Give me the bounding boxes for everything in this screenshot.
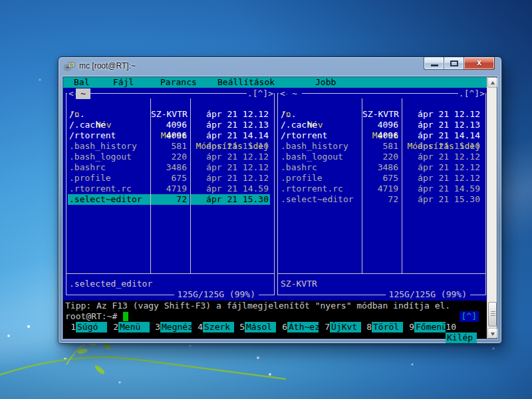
function-key-1[interactable]: 1Súgó	[65, 322, 107, 332]
menu-item-fájl[interactable]: Fájl	[113, 77, 134, 88]
file-row[interactable]: .profile675ápr 21 12.12	[66, 173, 274, 184]
function-key-2[interactable]: 2Menü	[108, 322, 150, 332]
menu-item-bal[interactable]: Bal	[74, 77, 89, 88]
file-row[interactable]: /.cache4096ápr 21 12.13	[66, 120, 274, 130]
left-column-headers: 'n Név Méret Módosítás idej	[66, 98, 274, 109]
scroll-up-button[interactable]	[487, 77, 497, 88]
file-name: .bash_history	[279, 141, 362, 152]
file-row[interactable]: .rtorrent.rc4719ápr 21 14.59	[278, 184, 485, 194]
maximize-icon	[450, 61, 458, 66]
left-panel: <- ~ .[^]> 'n Név Méret Módosítás idej /…	[66, 93, 275, 295]
terminal-screen[interactable]: BalFájlParancsBeállításokJobb <- ~ .[^]>…	[63, 77, 487, 338]
file-row[interactable]: .bash_logout220ápr 21 12.12	[278, 152, 485, 162]
file-mtime: ápr 21 14.59	[402, 184, 481, 194]
command-line[interactable]: root@RT:~# [^]	[63, 311, 487, 322]
fkey-number: 9	[404, 322, 414, 332]
file-mtime: ápr 21 12.12	[191, 152, 270, 162]
scroll-down-button[interactable]	[487, 328, 497, 338]
function-key-9[interactable]: 9Főmenü	[404, 322, 446, 332]
file-row[interactable]: .profile675ápr 21 12.12	[278, 173, 485, 184]
file-size: 675	[151, 173, 190, 184]
scrollbar-thumb[interactable]	[488, 302, 497, 327]
right-mini-status: SZ-KVTR	[281, 279, 317, 289]
fkey-label: Kilép	[446, 332, 477, 343]
file-mtime: ápr 21 12.12	[402, 152, 481, 162]
file-row[interactable]: .bash_history581ápr 21 15.10	[278, 141, 485, 152]
function-key-5[interactable]: 5Másol	[234, 322, 276, 332]
file-name: .select~editor	[279, 194, 362, 205]
close-icon: x	[464, 58, 494, 67]
fkey-label: Töröl	[372, 322, 403, 332]
right-panel-path[interactable]: ~	[287, 88, 302, 99]
file-name: /rtorrent	[279, 130, 362, 141]
file-mtime: ápr 21 12.12	[191, 109, 270, 120]
scrollbar[interactable]	[487, 77, 497, 338]
file-row[interactable]: .bashrc3486ápr 21 12.12	[278, 162, 485, 173]
function-key-3[interactable]: 3Megnéz	[150, 322, 192, 332]
panel-separator	[66, 273, 274, 274]
file-row[interactable]: .select~editor72ápr 21 15.30	[66, 194, 274, 205]
file-name: .profile	[68, 173, 150, 184]
fkey-number: 7	[319, 322, 330, 332]
file-name: .select~editor	[68, 194, 150, 205]
file-row[interactable]: /rtorrent4096ápr 21 14.14	[278, 130, 485, 141]
left-disk-usage: 125G/125G (99%)	[174, 289, 259, 300]
file-size: SZ-KVTR	[362, 109, 401, 120]
title-bar[interactable]: mc [root@RT]:~ x	[59, 57, 501, 76]
file-name: .bashrc	[68, 162, 150, 173]
file-row[interactable]: /.cache4096ápr 21 12.13	[278, 120, 485, 130]
file-row[interactable]: .bash_logout220ápr 21 12.12	[66, 152, 274, 162]
file-mtime: ápr 21 14.14	[191, 130, 270, 141]
file-size: 3486	[151, 162, 190, 173]
left-file-list: /..SZ-KVTRápr 21 12.12/.cache4096ápr 21 …	[66, 109, 274, 205]
function-key-4[interactable]: 4Szerk	[192, 322, 234, 332]
minimize-button[interactable]	[424, 57, 444, 70]
arrow-down-icon	[491, 332, 495, 336]
function-key-10[interactable]: 10Kilép	[446, 322, 487, 332]
file-size: 72	[151, 194, 190, 205]
file-row[interactable]: /..SZ-KVTRápr 21 12.12	[66, 109, 274, 120]
menu-item-parancs[interactable]: Parancs	[160, 77, 197, 88]
fkey-label: Menü	[118, 322, 150, 332]
file-mtime: ápr 21 12.12	[402, 162, 481, 173]
file-mtime: ápr 21 15.30	[402, 194, 481, 205]
maximize-button[interactable]	[444, 57, 464, 70]
menu-item-beállítások[interactable]: Beállítások	[217, 77, 275, 88]
file-row[interactable]: .bash_history581ápr 21 15.10	[66, 141, 274, 152]
file-size: 4096	[151, 120, 190, 130]
fkey-label: Szerk	[203, 322, 234, 332]
file-row[interactable]: .bashrc3486ápr 21 12.12	[66, 162, 274, 173]
left-panel-path[interactable]: ~	[76, 88, 90, 99]
fkey-label: Főmenü	[414, 322, 446, 332]
file-mtime: ápr 21 12.12	[191, 173, 270, 184]
file-size: 581	[362, 141, 401, 152]
file-size: 3486	[362, 162, 401, 173]
fkey-label: Áth~ez	[287, 322, 319, 332]
terminal-window: mc [root@RT]:~ x BalFájlParancsBeállítás…	[58, 57, 502, 344]
function-key-6[interactable]: 6Áth~ez	[277, 322, 319, 332]
fkey-number: 6	[277, 322, 287, 332]
menu-item-jobb[interactable]: Jobb	[315, 77, 336, 88]
file-row[interactable]: .select~editor72ápr 21 15.30	[278, 194, 485, 205]
file-name: /rtorrent	[68, 130, 150, 141]
file-size: 220	[362, 152, 401, 162]
left-mini-status: .selected_editor	[69, 279, 152, 289]
close-button[interactable]: x	[464, 57, 495, 70]
file-row[interactable]: .rtorrent.rc4719ápr 21 14.59	[66, 184, 274, 194]
panel-updir-marker[interactable]: .[^]>	[247, 88, 274, 99]
file-row[interactable]: /rtorrent4096ápr 21 14.14	[66, 130, 274, 141]
file-row[interactable]: /..SZ-KVTRápr 21 12.12	[278, 109, 485, 120]
file-mtime: ápr 21 12.12	[402, 109, 481, 120]
file-mtime: ápr 21 14.14	[402, 130, 481, 141]
shell-prompt: root@RT:~#	[65, 311, 122, 322]
terminal-client-area: BalFájlParancsBeállításokJobb <- ~ .[^]>…	[63, 76, 497, 339]
file-size: 4096	[362, 130, 401, 141]
right-column-headers: 'n Név Méret Módosítás idej	[278, 98, 485, 109]
function-key-7[interactable]: 7ÚjKvt	[319, 322, 361, 332]
right-panel: <- ~ .[^]> 'n Név Méret Módosítás idej /…	[277, 93, 486, 295]
terminal-cursor	[123, 312, 128, 321]
panel-updir-marker[interactable]: .[^]>	[458, 88, 485, 99]
file-size: 72	[362, 194, 401, 205]
file-mtime: ápr 21 12.12	[402, 173, 481, 184]
function-key-8[interactable]: 8Töröl	[361, 322, 403, 332]
